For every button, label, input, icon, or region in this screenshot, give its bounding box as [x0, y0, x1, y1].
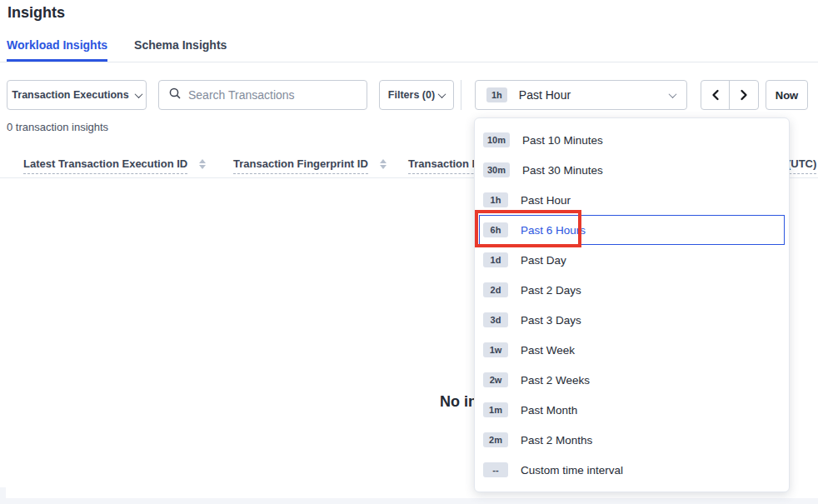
time-interval-badge: 1h: [486, 87, 507, 102]
sort-up-triangle: [199, 159, 206, 163]
results-count: 0 transaction insights: [7, 121, 108, 133]
page-bottom-edge: [0, 498, 818, 504]
column-header[interactable]: Transaction Fingerprint ID: [233, 157, 387, 174]
time-interval-option-badge: --: [483, 462, 508, 477]
time-interval-option-badge: 3d: [483, 312, 508, 327]
search-box[interactable]: [158, 80, 367, 110]
time-interval-option[interactable]: 2w Past 2 Weeks: [475, 365, 789, 395]
time-interval-option-label: Past 10 Minutes: [522, 134, 603, 147]
now-label: Now: [776, 89, 798, 102]
tab-bar: Workload Insights Schema Insights: [0, 38, 818, 62]
time-interval-option-badge: 2d: [483, 282, 508, 297]
sort-icon[interactable]: [380, 159, 387, 169]
chevron-down-icon: [438, 90, 446, 98]
search-icon: [169, 87, 181, 102]
column-header[interactable]: Latest Transaction Execution ID: [23, 157, 206, 174]
chevron-left-icon: [711, 89, 721, 101]
time-range-arrows: [701, 80, 759, 110]
toolbar-divider: [461, 80, 461, 110]
time-interval-option[interactable]: 10m Past 10 Minutes: [475, 125, 789, 155]
filters-button[interactable]: Filters (0): [379, 80, 454, 110]
sort-down-triangle: [380, 165, 387, 169]
time-interval-option-badge: 1m: [483, 402, 508, 417]
time-interval-option[interactable]: 2d Past 2 Days: [475, 275, 789, 305]
time-interval-option[interactable]: 30m Past 30 Minutes: [475, 155, 789, 185]
time-interval-option-label: Past 2 Weeks: [521, 374, 590, 387]
column-header-label: Latest Transaction Execution ID: [23, 157, 187, 174]
chevron-right-icon: [739, 89, 749, 101]
now-button[interactable]: Now: [766, 80, 808, 110]
tab[interactable]: Schema Insights: [134, 38, 227, 62]
time-interval-option[interactable]: 1w Past Week: [475, 335, 789, 365]
search-input[interactable]: [188, 88, 357, 102]
time-interval-option-label: Past Day: [521, 254, 566, 267]
sort-icon[interactable]: [199, 159, 206, 169]
previous-interval-button[interactable]: [701, 81, 730, 109]
sort-up-triangle: [380, 159, 387, 163]
time-interval-option-label: Past Hour: [521, 194, 571, 207]
time-interval-option-badge: 1h: [483, 192, 508, 207]
column-header-label: Transaction Fingerprint ID: [233, 157, 368, 174]
next-interval-button[interactable]: [730, 81, 758, 109]
time-interval-option-badge: 10m: [483, 132, 510, 147]
page-left-edge: [0, 487, 6, 504]
chevron-down-icon: [669, 90, 677, 98]
time-interval-option[interactable]: 3d Past 3 Days: [475, 305, 789, 335]
time-interval-option[interactable]: 1d Past Day: [475, 245, 789, 275]
time-interval-option-badge: 6h: [483, 222, 508, 237]
time-interval-option-badge: 2w: [483, 372, 508, 387]
view-type-label: Transaction Executions: [12, 89, 128, 101]
time-interval-option-badge: 2m: [483, 432, 508, 447]
time-interval-option-label: Past 30 Minutes: [522, 164, 603, 177]
time-interval-option-badge: 1d: [483, 252, 508, 267]
tab[interactable]: Workload Insights: [7, 38, 107, 62]
time-interval-option[interactable]: 1m Past Month: [475, 395, 789, 425]
time-interval-option[interactable]: 6h Past 6 Hours: [475, 215, 789, 245]
time-interval-option-label: Custom time interval: [521, 464, 623, 477]
time-interval-option-label: Past Month: [521, 404, 577, 417]
tab-label: Workload Insights: [7, 38, 107, 52]
time-interval-option[interactable]: -- Custom time interval: [475, 455, 789, 485]
filters-label: Filters (0): [388, 89, 435, 101]
time-interval-select[interactable]: 1h Past Hour: [475, 80, 687, 110]
time-interval-option-label: Past 2 Months: [521, 434, 592, 447]
time-interval-label: Past Hour: [519, 88, 571, 102]
time-interval-option-label: Past 6 Hours: [521, 224, 586, 237]
time-interval-option[interactable]: 2m Past 2 Months: [475, 425, 789, 455]
time-interval-option-label: Past 2 Days: [521, 284, 581, 297]
time-interval-option-badge: 30m: [483, 162, 510, 177]
sort-down-triangle: [199, 165, 206, 169]
chevron-down-icon: [134, 90, 142, 98]
time-interval-option-label: Past Week: [521, 344, 575, 357]
time-interval-option-badge: 1w: [483, 342, 508, 357]
time-interval-option-label: Past 3 Days: [521, 314, 581, 327]
tab-label: Schema Insights: [134, 38, 227, 52]
time-interval-option[interactable]: 1h Past Hour: [475, 185, 789, 215]
time-interval-menu: 10m Past 10 Minutes 30m Past 30 Minutes …: [474, 117, 790, 492]
page-title: Insights: [7, 4, 65, 22]
view-type-select[interactable]: Transaction Executions: [7, 80, 147, 110]
